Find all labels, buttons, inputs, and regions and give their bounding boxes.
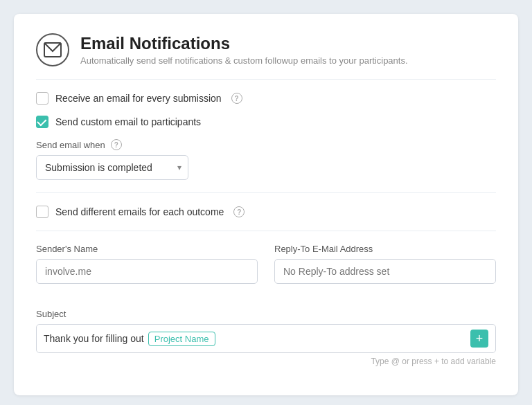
divider-3 bbox=[36, 231, 496, 231]
subject-input-wrapper[interactable]: Thank you for filling out Project Name + bbox=[36, 324, 496, 353]
divider-2 bbox=[36, 192, 496, 193]
every-submission-row: Receive an email for every submission ? bbox=[36, 92, 496, 105]
every-submission-help-icon[interactable]: ? bbox=[231, 93, 242, 104]
senders-name-label: Sender's Name bbox=[36, 244, 258, 254]
every-submission-checkbox[interactable] bbox=[36, 92, 48, 105]
header-text: Email Notifications Automatically send s… bbox=[80, 34, 408, 66]
different-emails-row: Send different emails for each outcome ? bbox=[36, 206, 496, 218]
subject-hint: Type @ or press + to add variable bbox=[36, 357, 496, 366]
different-emails-help-icon[interactable]: ? bbox=[233, 206, 245, 217]
send-when-help-icon[interactable]: ? bbox=[111, 139, 122, 150]
page-title: Email Notifications bbox=[80, 34, 408, 54]
send-when-label: Send email when ? bbox=[36, 139, 496, 150]
email-icon bbox=[36, 33, 69, 66]
sender-reply-row: Sender's Name Reply-To E-Mail Address bbox=[36, 244, 496, 296]
page-subtitle: Automatically send self notifications & … bbox=[80, 55, 408, 66]
email-notifications-card: Email Notifications Automatically send s… bbox=[14, 14, 518, 395]
subject-group: Subject Thank you for filling out Projec… bbox=[36, 309, 496, 366]
every-submission-label: Receive an email for every submission bbox=[55, 93, 222, 104]
reply-to-input[interactable] bbox=[274, 259, 496, 284]
divider-1 bbox=[36, 79, 496, 80]
reply-to-group: Reply-To E-Mail Address bbox=[274, 244, 496, 284]
custom-email-label: Send custom email to participants bbox=[55, 116, 201, 127]
subject-prefix: Thank you for filling out bbox=[44, 333, 144, 344]
card-header: Email Notifications Automatically send s… bbox=[36, 33, 496, 66]
custom-email-checkbox[interactable] bbox=[36, 116, 48, 128]
send-when-select-wrapper: Submission is completed ▾ bbox=[36, 155, 188, 180]
senders-name-group: Sender's Name bbox=[36, 244, 258, 284]
subject-label: Subject bbox=[36, 309, 496, 319]
send-when-select[interactable]: Submission is completed bbox=[36, 155, 188, 180]
different-emails-checkbox[interactable] bbox=[36, 206, 48, 218]
different-emails-label: Send different emails for each outcome bbox=[55, 206, 224, 217]
reply-to-label: Reply-To E-Mail Address bbox=[274, 244, 496, 254]
add-variable-button[interactable]: + bbox=[470, 330, 488, 348]
send-when-group: Send email when ? Submission is complete… bbox=[36, 139, 496, 180]
senders-name-input[interactable] bbox=[36, 259, 258, 284]
custom-email-row: Send custom email to participants bbox=[36, 116, 496, 128]
project-name-variable-badge[interactable]: Project Name bbox=[148, 332, 215, 346]
